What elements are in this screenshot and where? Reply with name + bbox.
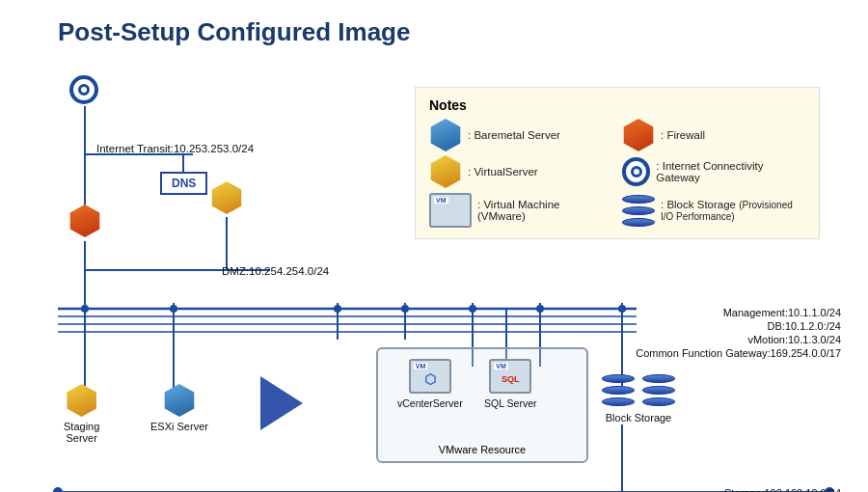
- block-storage-component: Block Storage: [600, 371, 677, 424]
- vcenter-icon: VM ⬡: [409, 359, 451, 394]
- cfgw-label: Common Function Gateway:169.254.0.0/17: [636, 347, 841, 359]
- diagram: Internet Transit:10.253.253.0/24 DNS DMZ…: [0, 58, 868, 492]
- arrow-component: [260, 376, 303, 430]
- dns-box: DNS: [160, 172, 207, 195]
- svg-point-28: [81, 305, 89, 313]
- staging-server-label: StagingServer: [64, 421, 99, 444]
- dmz-label: DMZ:10.254.254.0/24: [222, 265, 329, 277]
- staging-server: StagingServer: [64, 384, 99, 444]
- right-arrow-icon: [260, 376, 303, 430]
- storage-label: Storage:192.168.10.0/24: [724, 487, 841, 492]
- virtualserver-dmz-icon: [210, 181, 243, 214]
- firewall-diagram-icon: [68, 205, 101, 237]
- internet-transit-label: Internet Transit:10.253.253.0/24: [96, 143, 254, 154]
- svg-point-35: [53, 487, 63, 492]
- db-label: DB:10.1.2.0:/24: [768, 320, 841, 332]
- vmware-resource-label: VMware Resource: [378, 444, 586, 455]
- gateway-top-icon: [69, 75, 98, 104]
- block-storage-icon-2: [640, 371, 677, 408]
- vcenter-label: vCenterServer: [397, 397, 463, 409]
- page-title: Post-Setup Configured Image: [58, 17, 410, 47]
- svg-point-29: [170, 305, 177, 313]
- svg-point-31: [401, 305, 409, 313]
- firewall-component: [68, 205, 101, 237]
- svg-point-34: [618, 305, 626, 313]
- virtualserver-dmz: [210, 181, 243, 214]
- staging-server-icon: [66, 384, 98, 417]
- esxi-server: ESXi Server: [150, 384, 208, 432]
- gateway-component: [69, 75, 98, 104]
- vcenter-server: VM ⬡ vCenterServer: [397, 359, 463, 409]
- sql-icon: VM SQL: [489, 359, 531, 394]
- management-label: Management:10.1.1.0/24: [723, 307, 841, 318]
- sql-label: SQL Server: [484, 397, 536, 409]
- vmware-resource-box: VM ⬡ vCenterServer VM SQL SQL Server VMw…: [376, 347, 588, 463]
- esxi-server-label: ESXi Server: [150, 421, 208, 432]
- vmotion-label: vMotion:10.1.3.0/24: [747, 334, 841, 345]
- block-storage-label: Block Storage: [606, 412, 671, 424]
- svg-point-30: [334, 305, 341, 313]
- svg-point-32: [469, 305, 476, 313]
- dns-component: DNS: [160, 172, 207, 195]
- esxi-server-icon: [163, 384, 196, 417]
- svg-point-33: [536, 305, 544, 313]
- sql-server: VM SQL SQL Server: [484, 359, 536, 409]
- block-storage-icon-1: [600, 371, 637, 408]
